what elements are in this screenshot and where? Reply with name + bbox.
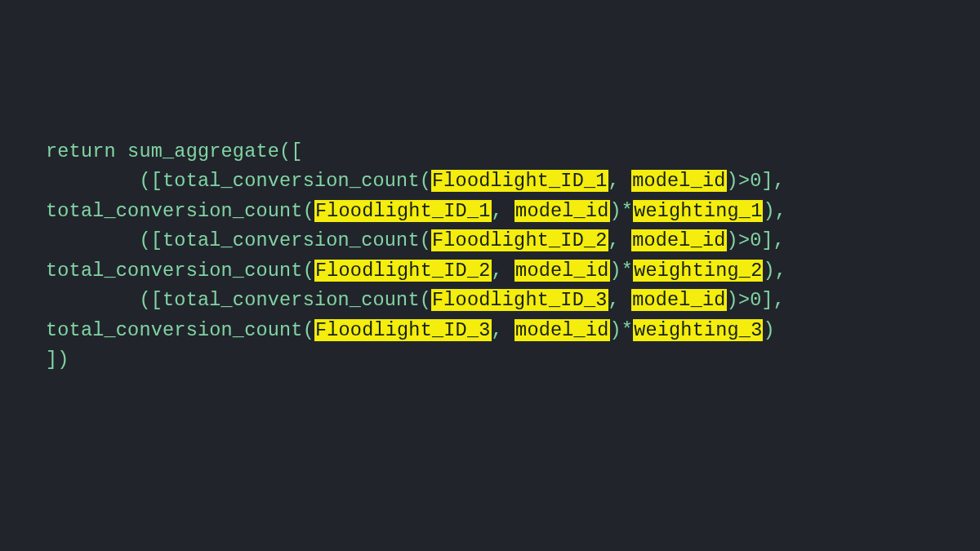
param-floodlight-2a: Floodlight_ID_2: [431, 229, 608, 251]
row-end: ): [763, 319, 774, 341]
param-weight-3: weighting_3: [633, 319, 763, 341]
mult: )*: [610, 200, 634, 222]
row-end: ),: [763, 260, 786, 282]
param-model-3a: model_id: [631, 289, 726, 311]
param-floodlight-2b: Floodlight_ID_2: [314, 260, 492, 282]
param-floodlight-1a: Floodlight_ID_1: [431, 170, 608, 192]
fn2-open: total_conversion_count(: [46, 319, 314, 341]
comma: ,: [492, 260, 515, 282]
cond-close: )>0],: [727, 229, 786, 251]
comma: ,: [608, 229, 632, 251]
indent: [46, 229, 139, 251]
fn2-open: total_conversion_count(: [46, 260, 314, 282]
fn2-open: total_conversion_count(: [46, 200, 314, 222]
code-line-1: return sum_aggregate([: [46, 140, 303, 162]
param-weight-2: weighting_2: [633, 260, 763, 282]
param-floodlight-3a: Floodlight_ID_3: [431, 289, 608, 311]
code-snippet: return sum_aggregate([ ([total_conversio…: [0, 0, 980, 375]
param-floodlight-1b: Floodlight_ID_1: [314, 200, 492, 222]
comma: ,: [608, 289, 632, 311]
param-model-2a: model_id: [631, 229, 726, 251]
cond-close: )>0],: [727, 170, 786, 192]
fn-open: [total_conversion_count(: [151, 170, 431, 192]
indent: [46, 289, 139, 311]
comma: ,: [492, 319, 515, 341]
fn-open: [total_conversion_count(: [151, 229, 431, 251]
param-floodlight-3b: Floodlight_ID_3: [314, 319, 492, 341]
param-model-1a: model_id: [631, 170, 726, 192]
comma: ,: [492, 200, 515, 222]
code-close: ]): [46, 349, 69, 371]
mult: )*: [610, 260, 634, 282]
mult: )*: [610, 319, 634, 341]
fn-open: [total_conversion_count(: [151, 289, 431, 311]
comma: ,: [608, 170, 632, 192]
cond-close: )>0],: [727, 289, 786, 311]
param-model-3b: model_id: [514, 319, 609, 341]
indent: [46, 170, 139, 192]
param-weight-1: weighting_1: [633, 200, 763, 222]
row-end: ),: [763, 200, 786, 222]
param-model-2b: model_id: [514, 260, 609, 282]
param-model-1b: model_id: [514, 200, 609, 222]
